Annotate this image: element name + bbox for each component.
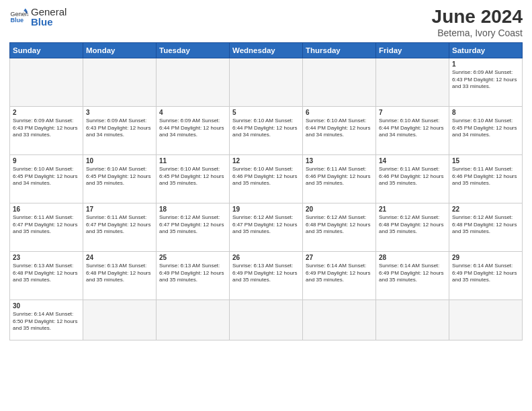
day-number: 29 [452, 254, 519, 261]
day-number: 20 [306, 205, 373, 213]
day-number: 3 [86, 109, 153, 116]
weekday-header-row: SundayMondayTuesdayWednesdayThursdayFrid… [10, 42, 523, 58]
calendar-cell: 15Sunrise: 6:11 AM Sunset: 6:46 PM Dayli… [449, 154, 523, 203]
day-number: 15 [452, 157, 519, 165]
day-info: Sunrise: 6:13 AM Sunset: 6:48 PM Dayligh… [13, 263, 80, 284]
calendar-cell: 1Sunrise: 6:09 AM Sunset: 6:43 PM Daylig… [449, 58, 523, 106]
day-info: Sunrise: 6:12 AM Sunset: 6:47 PM Dayligh… [159, 214, 226, 236]
calendar-cell: 25Sunrise: 6:13 AM Sunset: 6:49 PM Dayli… [157, 251, 230, 300]
calendar-cell: 6Sunrise: 6:10 AM Sunset: 6:44 PM Daylig… [303, 106, 376, 154]
calendar-cell [83, 58, 157, 106]
calendar-body: 1Sunrise: 6:09 AM Sunset: 6:43 PM Daylig… [10, 58, 523, 340]
calendar-cell: 12Sunrise: 6:10 AM Sunset: 6:46 PM Dayli… [230, 154, 303, 203]
calendar-cell: 11Sunrise: 6:10 AM Sunset: 6:45 PM Dayli… [157, 154, 230, 203]
day-info: Sunrise: 6:14 AM Sunset: 6:50 PM Dayligh… [13, 311, 80, 332]
calendar-cell [230, 300, 303, 340]
calendar-header: SundayMondayTuesdayWednesdayThursdayFrid… [10, 42, 523, 58]
calendar-week-row: 1Sunrise: 6:09 AM Sunset: 6:43 PM Daylig… [10, 58, 523, 106]
calendar-cell: 22Sunrise: 6:12 AM Sunset: 6:48 PM Dayli… [449, 203, 523, 251]
calendar-cell: 29Sunrise: 6:14 AM Sunset: 6:49 PM Dayli… [449, 251, 523, 300]
day-number: 23 [13, 254, 80, 261]
day-number: 13 [306, 157, 373, 165]
calendar-week-row: 16Sunrise: 6:11 AM Sunset: 6:47 PM Dayli… [10, 203, 523, 251]
day-info: Sunrise: 6:11 AM Sunset: 6:46 PM Dayligh… [452, 166, 519, 187]
day-info: Sunrise: 6:13 AM Sunset: 6:49 PM Dayligh… [159, 263, 226, 284]
calendar-cell [303, 58, 376, 106]
day-number: 8 [452, 109, 519, 116]
day-number: 7 [379, 109, 446, 116]
svg-text:Blue: Blue [10, 17, 24, 24]
calendar-cell: 7Sunrise: 6:10 AM Sunset: 6:44 PM Daylig… [376, 106, 449, 154]
calendar-cell: 27Sunrise: 6:14 AM Sunset: 6:49 PM Dayli… [303, 251, 376, 300]
day-info: Sunrise: 6:10 AM Sunset: 6:45 PM Dayligh… [86, 166, 153, 187]
calendar-cell [303, 300, 376, 340]
day-info: Sunrise: 6:11 AM Sunset: 6:47 PM Dayligh… [86, 214, 153, 236]
calendar-cell [376, 58, 449, 106]
calendar-cell: 23Sunrise: 6:13 AM Sunset: 6:48 PM Dayli… [10, 251, 83, 300]
calendar-cell: 8Sunrise: 6:10 AM Sunset: 6:45 PM Daylig… [449, 106, 523, 154]
day-info: Sunrise: 6:11 AM Sunset: 6:47 PM Dayligh… [13, 214, 80, 236]
calendar-cell: 4Sunrise: 6:09 AM Sunset: 6:44 PM Daylig… [157, 106, 230, 154]
weekday-header-friday: Friday [376, 42, 449, 58]
calendar-cell: 17Sunrise: 6:11 AM Sunset: 6:47 PM Dayli… [83, 203, 157, 251]
weekday-header-tuesday: Tuesday [157, 42, 230, 58]
day-info: Sunrise: 6:09 AM Sunset: 6:43 PM Dayligh… [452, 69, 519, 91]
day-number: 9 [13, 157, 80, 165]
day-number: 26 [232, 254, 300, 261]
day-info: Sunrise: 6:12 AM Sunset: 6:48 PM Dayligh… [306, 214, 373, 236]
day-number: 5 [232, 109, 300, 116]
day-number: 22 [452, 205, 519, 213]
day-info: Sunrise: 6:11 AM Sunset: 6:46 PM Dayligh… [306, 166, 373, 187]
calendar-cell: 14Sunrise: 6:11 AM Sunset: 6:46 PM Dayli… [376, 154, 449, 203]
day-number: 25 [159, 254, 226, 261]
day-info: Sunrise: 6:13 AM Sunset: 6:48 PM Dayligh… [86, 263, 153, 284]
weekday-header-wednesday: Wednesday [230, 42, 303, 58]
header: General Blue General Blue June 2024 Bete… [9, 7, 523, 38]
weekday-header-sunday: Sunday [10, 42, 83, 58]
day-number: 16 [13, 205, 80, 213]
day-number: 14 [379, 157, 446, 165]
calendar-cell: 30Sunrise: 6:14 AM Sunset: 6:50 PM Dayli… [10, 300, 83, 340]
logo-blue-text: Blue [31, 17, 66, 27]
calendar-week-row: 30Sunrise: 6:14 AM Sunset: 6:50 PM Dayli… [10, 300, 523, 340]
calendar-cell: 18Sunrise: 6:12 AM Sunset: 6:47 PM Dayli… [157, 203, 230, 251]
day-info: Sunrise: 6:10 AM Sunset: 6:45 PM Dayligh… [452, 118, 519, 139]
calendar-cell [83, 300, 157, 340]
calendar-cell: 20Sunrise: 6:12 AM Sunset: 6:48 PM Dayli… [303, 203, 376, 251]
calendar-cell [376, 300, 449, 340]
day-info: Sunrise: 6:14 AM Sunset: 6:49 PM Dayligh… [452, 263, 519, 284]
svg-marker-2 [24, 8, 28, 11]
calendar-cell: 16Sunrise: 6:11 AM Sunset: 6:47 PM Dayli… [10, 203, 83, 251]
day-number: 4 [159, 109, 226, 116]
day-info: Sunrise: 6:14 AM Sunset: 6:49 PM Dayligh… [306, 263, 373, 284]
day-number: 2 [13, 109, 80, 116]
calendar-cell [10, 58, 83, 106]
day-info: Sunrise: 6:10 AM Sunset: 6:44 PM Dayligh… [379, 118, 446, 139]
day-info: Sunrise: 6:12 AM Sunset: 6:48 PM Dayligh… [452, 214, 519, 236]
day-info: Sunrise: 6:12 AM Sunset: 6:48 PM Dayligh… [379, 214, 446, 236]
calendar-cell [157, 300, 230, 340]
calendar-cell [449, 300, 523, 340]
day-number: 6 [306, 109, 373, 116]
calendar-cell: 3Sunrise: 6:09 AM Sunset: 6:43 PM Daylig… [83, 106, 157, 154]
day-info: Sunrise: 6:09 AM Sunset: 6:43 PM Dayligh… [13, 118, 80, 139]
day-info: Sunrise: 6:09 AM Sunset: 6:44 PM Dayligh… [159, 118, 226, 139]
calendar-cell: 10Sunrise: 6:10 AM Sunset: 6:45 PM Dayli… [83, 154, 157, 203]
calendar-week-row: 2Sunrise: 6:09 AM Sunset: 6:43 PM Daylig… [10, 106, 523, 154]
calendar-cell: 24Sunrise: 6:13 AM Sunset: 6:48 PM Dayli… [83, 251, 157, 300]
day-number: 19 [232, 205, 300, 213]
calendar-cell: 28Sunrise: 6:14 AM Sunset: 6:49 PM Dayli… [376, 251, 449, 300]
weekday-header-saturday: Saturday [449, 42, 523, 58]
logo-general-text: General [31, 7, 66, 17]
title-block: June 2024 Betema, Ivory Coast [432, 7, 523, 38]
day-info: Sunrise: 6:10 AM Sunset: 6:45 PM Dayligh… [159, 166, 226, 187]
day-number: 17 [86, 205, 153, 213]
calendar-table: SundayMondayTuesdayWednesdayThursdayFrid… [9, 42, 523, 340]
calendar-subtitle: Betema, Ivory Coast [432, 28, 523, 38]
day-number: 28 [379, 254, 446, 261]
day-number: 12 [232, 157, 300, 165]
day-info: Sunrise: 6:13 AM Sunset: 6:49 PM Dayligh… [232, 263, 300, 284]
calendar-page: General Blue General Blue June 2024 Bete… [0, 0, 532, 411]
generalblue-logo-icon: General Blue [9, 7, 28, 26]
day-info: Sunrise: 6:10 AM Sunset: 6:44 PM Dayligh… [306, 118, 373, 139]
